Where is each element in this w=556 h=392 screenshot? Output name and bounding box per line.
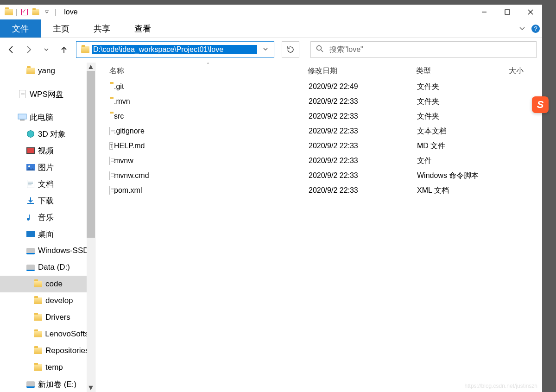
up-button[interactable] <box>58 44 70 55</box>
column-name[interactable]: 名称 <box>95 66 299 76</box>
file-date: 2020/9/2 22:33 <box>309 127 417 135</box>
tree-item[interactable]: 3D 对象 <box>0 126 95 142</box>
tree-item-label: Data (D:) <box>38 263 70 272</box>
tree-item[interactable]: Data (D:) <box>0 259 95 276</box>
tree-item[interactable]: 视频 <box>0 142 95 159</box>
file-row[interactable]: pom.xml2020/9/2 22:33XML 文档 <box>95 183 542 198</box>
search-box[interactable]: 搜索"love" <box>310 41 537 58</box>
file-icon <box>95 186 109 195</box>
music-icon <box>26 213 35 222</box>
address-path[interactable]: D:\code\idea_workspace\Project01\love <box>92 45 257 54</box>
folder-icon <box>81 46 89 53</box>
tree-item[interactable]: code <box>0 276 95 292</box>
explorer-window: | | love 文件 主页 共享 查看 ? D:\code\idea_work… <box>0 5 542 392</box>
ribbon-collapse-button[interactable] <box>515 19 529 38</box>
refresh-button[interactable] <box>282 41 299 58</box>
tab-home[interactable]: 主页 <box>41 19 82 38</box>
tree-item[interactable]: 图片 <box>0 159 95 176</box>
tree-item-label: 视频 <box>38 145 54 156</box>
svg-rect-8 <box>27 180 34 188</box>
file-name: pom.xml <box>109 186 309 195</box>
folder-icon <box>33 279 43 289</box>
divider-icon: | <box>16 8 18 16</box>
doc-icon <box>26 179 35 189</box>
disk-icon <box>26 246 35 255</box>
file-name: .mvn <box>109 97 309 106</box>
tree-item[interactable]: 桌面 <box>0 226 95 242</box>
column-size[interactable]: 大小 <box>500 66 542 76</box>
address-bar[interactable]: D:\code\idea_workspace\Project01\love <box>76 41 274 58</box>
watermark: https://blog.csdn.net/justinszh <box>465 383 537 389</box>
tree-item[interactable]: yang <box>0 63 95 79</box>
tab-view[interactable]: 查看 <box>122 19 163 38</box>
svg-rect-9 <box>26 231 35 237</box>
tree-item-label: Windows-SSD ( <box>38 246 94 255</box>
column-headers: ˄ 名称 修改日期 类型 大小 <box>95 63 542 79</box>
file-icon <box>95 171 109 180</box>
search-icon <box>316 44 324 55</box>
folder-icon <box>33 329 42 339</box>
svg-point-1 <box>317 46 322 51</box>
obj3d-icon <box>26 129 35 139</box>
tree-item-label: Repositories <box>45 346 89 355</box>
svg-rect-5 <box>27 148 34 153</box>
column-date[interactable]: 修改日期 <box>299 66 408 76</box>
close-button[interactable] <box>519 5 542 19</box>
folder-icon <box>33 313 43 322</box>
tree-item-label: develop <box>45 296 73 305</box>
tab-share[interactable]: 共享 <box>82 19 122 38</box>
tree-item[interactable]: 新加卷 (E:) <box>0 376 95 392</box>
navpane-scrollbar[interactable]: ▲ ▼ <box>87 63 95 392</box>
file-row[interactable]: THELP.md2020/9/2 22:33MD 文件 <box>95 139 542 153</box>
tree-item-label: WPS网盘 <box>30 89 63 100</box>
file-name: HELP.md <box>109 142 309 150</box>
navigation-pane: yangWPS网盘此电脑3D 对象视频图片文档下载音乐桌面Windows-SSD… <box>0 63 95 392</box>
tree-item[interactable]: temp <box>0 359 95 376</box>
file-row[interactable]: .gitignore2020/9/2 22:33文本文档 <box>95 124 542 139</box>
tree-item[interactable]: 音乐 <box>0 209 95 226</box>
tree-item-label: 下载 <box>38 196 54 206</box>
tree-item[interactable]: develop <box>0 292 95 309</box>
scroll-up-icon[interactable]: ▲ <box>87 63 95 71</box>
address-dropdown-icon[interactable] <box>260 45 271 54</box>
file-row[interactable]: src2020/9/2 22:33文件夹 <box>95 109 542 124</box>
file-name: .git <box>109 82 309 91</box>
checkbox-icon[interactable] <box>20 8 29 16</box>
file-row[interactable]: .mvn2020/9/2 22:33文件夹 <box>95 94 542 109</box>
file-list-pane: ˄ 名称 修改日期 类型 大小 .git2020/9/2 22:49文件夹.mv… <box>95 63 542 392</box>
file-row[interactable]: mvnw2020/9/2 22:33文件 <box>95 153 542 168</box>
help-button[interactable]: ? <box>529 19 542 38</box>
file-row[interactable]: mvnw.cmd2020/9/2 22:33Windows 命令脚本 <box>95 168 542 183</box>
qat-folder-icon[interactable] <box>32 8 40 16</box>
tree-item[interactable]: Repositories <box>0 342 95 359</box>
sogou-ime-badge[interactable]: S <box>532 96 549 113</box>
minimize-button[interactable] <box>473 5 496 19</box>
column-type[interactable]: 类型 <box>408 66 500 76</box>
scrollbar-thumb[interactable] <box>87 71 95 238</box>
svg-rect-2 <box>18 114 26 119</box>
tree-item-label: 音乐 <box>38 212 54 223</box>
tree-item[interactable]: Windows-SSD ( <box>0 242 95 259</box>
forward-button[interactable] <box>23 44 34 55</box>
file-type: 文件夹 <box>417 82 510 92</box>
tree-item[interactable]: 下载 <box>0 192 95 209</box>
tree-item[interactable]: 文档 <box>0 176 95 192</box>
file-row[interactable]: .git2020/9/2 22:49文件夹 <box>95 79 542 94</box>
file-date: 2020/9/2 22:33 <box>309 186 417 195</box>
back-button[interactable] <box>6 44 17 55</box>
tree-item[interactable]: WPS网盘 <box>0 86 95 102</box>
file-icon <box>95 127 109 135</box>
file-date: 2020/9/2 22:33 <box>309 112 417 120</box>
tree-item[interactable]: Drivers <box>0 309 95 326</box>
file-type: 文件 <box>417 156 510 166</box>
recent-locations-button[interactable] <box>41 44 52 55</box>
title-bar: | | love <box>0 5 542 19</box>
qat-dropdown-icon[interactable] <box>43 8 51 16</box>
tab-file[interactable]: 文件 <box>0 19 41 38</box>
scroll-down-icon[interactable]: ▼ <box>87 384 95 392</box>
svg-rect-0 <box>505 10 510 14</box>
maximize-button[interactable] <box>496 5 519 19</box>
tree-item-label: temp <box>45 363 63 372</box>
tree-item[interactable]: 此电脑 <box>0 109 95 126</box>
tree-item[interactable]: LenovoSoftstc <box>0 326 95 342</box>
